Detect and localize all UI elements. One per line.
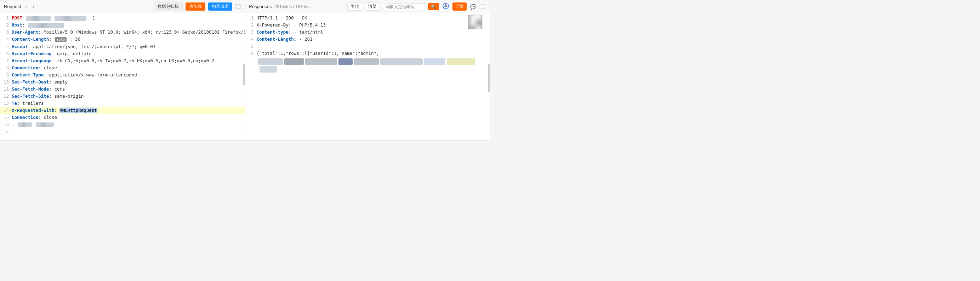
code-line-1: 1 POST 1 — [0, 14, 245, 22]
right-panel: Responses 281bytes / 1610ms 美化 渲染 🔍 详情 💬… — [245, 0, 490, 140]
scan-button[interactable]: 数据包扫描 — [154, 2, 183, 11]
blur-block-5 — [354, 59, 379, 65]
code-line-7: 7 Accept-Language: zh-CN,zh;q=0.8,zh-TW;… — [0, 57, 245, 64]
blur-block-1 — [258, 59, 283, 65]
blur-block-4 — [339, 59, 353, 65]
right-panel-title: Responses — [249, 4, 272, 9]
hotload-button[interactable]: 热加载 — [186, 3, 205, 11]
code-line-11: 11 Sec-Fetch-Mode: cors — [0, 86, 245, 93]
blur-block-3 — [305, 59, 337, 65]
left-panel-title: Request — [4, 4, 21, 9]
code-line-15: 15 Connection: close — [0, 114, 245, 121]
right-panel-header: Responses 281bytes / 1610ms 美化 渲染 🔍 详情 💬… — [245, 0, 490, 13]
code-line-8: 8 Connection: close — [0, 64, 245, 71]
chrome-icon-button[interactable] — [442, 2, 450, 11]
svg-point-1 — [445, 5, 447, 7]
resp-line-5: 5 — [245, 43, 490, 50]
blur-block-8 — [447, 59, 475, 65]
left-scrollbar[interactable] — [243, 64, 245, 85]
code-line-2: 2 Host: — [0, 22, 245, 29]
right-expand-icon[interactable]: ⛶ — [480, 3, 486, 10]
nav-back-button[interactable]: ‹ — [24, 3, 28, 10]
qr-thumbnail — [468, 14, 482, 29]
svg-line-4 — [443, 6, 445, 8]
blur-block-2 — [284, 59, 304, 65]
left-panel-header: Request ‹ › 数据包扫描 热加载 构造请求 ⛶ — [0, 0, 245, 13]
render-button[interactable]: 渲染 — [365, 3, 380, 11]
resp-line-4: 4 Content-Length: · 281 — [245, 36, 490, 43]
resp-line-2: 2 X-Powered-By: · PHP/5.4.13 — [245, 22, 490, 29]
code-line-14: 14 X-Requested-With: XMLHttpRequest — [0, 107, 245, 114]
resp-blur-row — [257, 59, 490, 73]
blur-block-7 — [424, 59, 445, 65]
beautify-button[interactable]: 美化 — [347, 3, 362, 11]
detail-button[interactable]: 详情 — [452, 3, 467, 11]
code-line-12: 12 Sec-Fetch-Site: same-origin — [0, 93, 245, 100]
left-code-area[interactable]: 1 POST 1 2 Host: 3 User-Agent: Mozilla/5… — [0, 13, 245, 140]
code-line-16: 16 . — [0, 121, 245, 128]
search-button[interactable]: 🔍 — [428, 3, 439, 10]
nav-forward-button[interactable]: › — [31, 3, 36, 10]
resp-line-6: 6 {"total":1,"rows":[{"userId":1,"name":… — [245, 50, 490, 57]
code-line-6: 6 Accept-Encoding: gzip, deflate — [0, 50, 245, 57]
code-line-9: 9 Content-Type: application/x-www-form-u… — [0, 71, 245, 79]
blur-block-6 — [380, 59, 423, 65]
blur-block-9 — [259, 66, 277, 73]
response-meta: 281bytes / 1610ms — [275, 4, 310, 9]
resp-line-1: 1 HTTP/1.1 · 200 · OK — [245, 14, 490, 22]
expand-icon[interactable]: ⛶ — [235, 3, 242, 10]
right-code-area[interactable]: 1 HTTP/1.1 · 200 · OK 2 X-Powered-By: · … — [245, 13, 490, 140]
code-line-4: 4 Content-Length: auto : 36 — [0, 36, 245, 43]
resp-line-3: 3 Content-type: · text/html — [245, 29, 490, 36]
main-container: Request ‹ › 数据包扫描 热加载 构造请求 ⛶ 1 POST 1 2 … — [0, 0, 490, 141]
construct-button[interactable]: 构造请求 — [208, 3, 232, 11]
code-line-10: 10 Sec-Fetch-Dest: empty — [0, 79, 245, 86]
code-line-5: 5 Accept: application/json, text/javascr… — [0, 43, 245, 50]
comment-icon[interactable]: 💬 — [469, 3, 477, 10]
locate-response-input[interactable] — [383, 3, 425, 10]
code-line-3: 3 User-Agent: Mozilla/5.0 (Windows NT 10… — [0, 29, 245, 36]
left-panel: Request ‹ › 数据包扫描 热加载 构造请求 ⛶ 1 POST 1 2 … — [0, 0, 245, 140]
svg-line-3 — [447, 6, 449, 8]
right-scrollbar[interactable] — [488, 64, 490, 92]
code-line-13: 13 Te: trailers — [0, 100, 245, 107]
code-line-17: 17 — [0, 128, 245, 135]
